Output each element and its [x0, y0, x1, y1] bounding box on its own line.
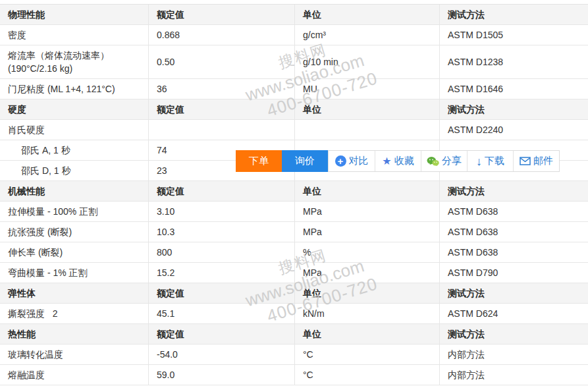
section-title: 物理性能: [0, 5, 148, 24]
cell-method: 内部方法: [439, 345, 588, 364]
envelope-icon: [520, 157, 531, 165]
table-row: 熔融温度59.0°C内部方法: [0, 365, 588, 385]
floating-toolbar: 下单询价+对比★收藏分享↓下载邮件: [236, 150, 560, 172]
section-header-row-2: 机械性能额定值单位测试方法: [0, 181, 588, 202]
cell-property: 熔融温度: [0, 365, 148, 385]
column-header: 单位: [294, 5, 439, 24]
table-row: 撕裂强度 245.1kN/mASTM D624: [0, 304, 588, 324]
section-title: 弹性体: [0, 283, 148, 303]
cell-unit: [294, 120, 439, 140]
plus-circle-icon: +: [335, 155, 346, 167]
cell-method: ASTM D1646: [439, 79, 588, 99]
table-row: 弯曲模量 - 1% 正割15.2MPaASTM D790: [0, 263, 588, 283]
cell-value: 0.868: [148, 25, 294, 45]
place-order-button[interactable]: 下单: [236, 150, 282, 172]
share-button[interactable]: 分享: [421, 151, 467, 171]
column-header: 额定值: [148, 324, 294, 344]
column-header: 测试方法: [439, 324, 588, 344]
cell-unit: MU: [294, 79, 439, 99]
download-button[interactable]: ↓下载: [467, 151, 513, 171]
cell-property: 门尼粘度 (ML 1+4, 121°C): [0, 79, 148, 99]
cell-method: ASTM D638: [439, 222, 588, 242]
column-header: 单位: [294, 324, 439, 344]
cell-value: 15.2: [148, 263, 294, 283]
download-arrow-icon: ↓: [476, 155, 482, 167]
cell-unit: MPa: [294, 202, 439, 221]
cell-method: ASTM D1505: [439, 25, 588, 45]
cell-value: -54.0: [148, 345, 294, 364]
table-row: 密度0.868g/cm³ASTM D1505: [0, 25, 588, 45]
cell-unit: MPa: [294, 263, 439, 283]
table-row: 伸长率 (断裂)800%ASTM D638: [0, 242, 588, 263]
cell-property: 邵氏 A, 1 秒: [0, 140, 148, 160]
table-row: 玻璃转化温度-54.0°C内部方法: [0, 345, 588, 365]
wechat-icon: [427, 156, 439, 167]
section-header-row-4: 热性能额定值单位测试方法: [0, 324, 588, 345]
section-title: 机械性能: [0, 181, 148, 201]
cell-unit: kN/m: [294, 304, 439, 323]
table-row: 门尼粘度 (ML 1+4, 121°C)36MUASTM D1646: [0, 79, 588, 99]
section-header-row-0: 物理性能额定值单位测试方法: [0, 5, 588, 25]
column-header: 单位: [294, 283, 439, 303]
cell-value: 0.50: [148, 45, 294, 78]
cell-unit: MPa: [294, 222, 439, 242]
cell-value: [148, 120, 294, 140]
table-row: 熔流率（熔体流动速率） (190°C/2.16 kg)0.50g/10 minA…: [0, 45, 588, 79]
section-header-row-3: 弹性体额定值单位测试方法: [0, 283, 588, 304]
cell-value: 10.3: [148, 222, 294, 242]
cell-method: ASTM D638: [439, 242, 588, 262]
favorite-button[interactable]: ★收藏: [375, 151, 421, 171]
cell-property: 抗张强度 (断裂): [0, 222, 148, 242]
column-header: 额定值: [148, 283, 294, 303]
cell-value: 59.0: [148, 365, 294, 385]
toolbar-action-group: +对比★收藏分享↓下载邮件: [328, 150, 560, 172]
cell-property: 邵氏 D, 1 秒: [0, 161, 148, 180]
cell-value: 3.10: [148, 202, 294, 221]
cell-method: ASTM D2240: [439, 120, 588, 140]
cell-property: 密度: [0, 25, 148, 45]
cell-unit: %: [294, 242, 439, 262]
column-header: 单位: [294, 99, 439, 119]
cell-value: 45.1: [148, 304, 294, 323]
cell-unit: g/10 min: [294, 45, 439, 78]
toolbar-action-label: 分享: [442, 155, 462, 167]
column-header: 额定值: [148, 5, 294, 24]
cell-method: ASTM D790: [439, 263, 588, 283]
cell-unit: g/cm³: [294, 25, 439, 45]
column-header: 测试方法: [439, 5, 588, 24]
section-title: 硬度: [0, 99, 148, 119]
cell-unit: °C: [294, 365, 439, 385]
cell-property: 伸长率 (断裂): [0, 242, 148, 262]
material-datasheet-page: 物理性能额定值单位测试方法密度0.868g/cm³ASTM D1505熔流率（熔…: [0, 0, 588, 388]
cell-method: ASTM D638: [439, 202, 588, 221]
cell-property: 玻璃转化温度: [0, 345, 148, 364]
email-button[interactable]: 邮件: [513, 151, 559, 171]
section-header-row-1: 硬度额定值单位测试方法: [0, 99, 588, 120]
cell-property: 肖氏硬度: [0, 120, 148, 140]
inquiry-button[interactable]: 询价: [282, 150, 328, 172]
toolbar-action-label: 对比: [349, 155, 369, 167]
toolbar-action-label: 邮件: [533, 155, 553, 167]
cell-property: 熔流率（熔体流动速率） (190°C/2.16 kg): [0, 45, 148, 78]
column-header: 测试方法: [439, 181, 588, 201]
toolbar-action-label: 收藏: [394, 155, 414, 167]
compare-button[interactable]: +对比: [329, 151, 375, 171]
cell-property: 弯曲模量 - 1% 正割: [0, 263, 148, 283]
toolbar-action-label: 下载: [485, 155, 504, 167]
column-header: 测试方法: [439, 99, 588, 119]
cell-property: 撕裂强度 2: [0, 304, 148, 323]
cell-method: 内部方法: [439, 365, 588, 385]
cell-property: 拉伸模量 - 100% 正割: [0, 202, 148, 221]
column-header: 额定值: [148, 181, 294, 201]
star-icon: ★: [382, 156, 391, 167]
column-header: 单位: [294, 181, 439, 201]
properties-table: 物理性能额定值单位测试方法密度0.868g/cm³ASTM D1505熔流率（熔…: [0, 4, 588, 385]
column-header: 额定值: [148, 99, 294, 119]
column-header: 测试方法: [439, 283, 588, 303]
cell-value: 36: [148, 79, 294, 99]
table-row: 拉伸模量 - 100% 正割3.10MPaASTM D638: [0, 202, 588, 222]
cell-value: 800: [148, 242, 294, 262]
cell-unit: °C: [294, 345, 439, 364]
section-title: 热性能: [0, 324, 148, 344]
cell-method: ASTM D1238: [439, 45, 588, 78]
